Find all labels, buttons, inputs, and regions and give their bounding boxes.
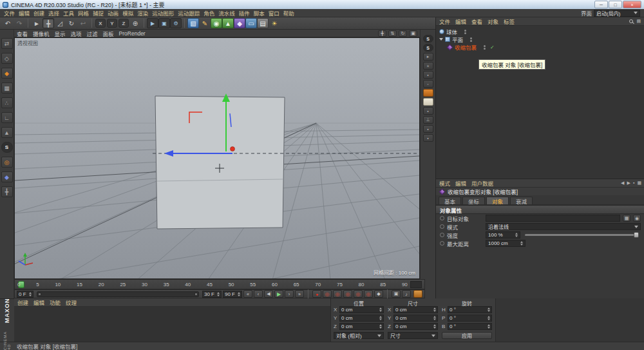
- spinner[interactable]: [514, 233, 518, 237]
- powerslider-settings-box[interactable]: [413, 290, 422, 298]
- size-x-field[interactable]: 0 cm: [393, 306, 438, 313]
- tab-coord[interactable]: 坐标: [462, 197, 485, 204]
- slider-knob[interactable]: [634, 232, 639, 238]
- layout-select[interactable]: 启动(局内): [594, 10, 640, 17]
- orange-swatch-icon[interactable]: [423, 89, 433, 97]
- menu-animate[interactable]: 动画: [108, 9, 118, 17]
- tab-falloff[interactable]: 衰减: [510, 197, 533, 204]
- apply-button[interactable]: 应用: [442, 332, 492, 339]
- light-swatch-icon[interactable]: [423, 98, 433, 106]
- live-selection-button[interactable]: ►: [31, 18, 43, 28]
- search-icon[interactable]: [629, 19, 633, 23]
- strength-field[interactable]: 100 %: [486, 231, 520, 238]
- tab-basic[interactable]: 基本: [439, 197, 461, 204]
- menu-help[interactable]: 帮助: [283, 9, 294, 17]
- forward-arrow-icon[interactable]: ▶: [627, 180, 630, 186]
- animation-dot-icon[interactable]: [440, 224, 444, 229]
- record-point-button[interactable]: ◎: [364, 290, 373, 298]
- prev-frame-button[interactable]: ◀: [264, 290, 273, 298]
- points-mode-icon[interactable]: ∴: [1, 97, 13, 108]
- pos-y-field[interactable]: 0 cm: [339, 315, 384, 322]
- visibility-dots[interactable]: [470, 37, 472, 42]
- play-button[interactable]: ▶: [274, 290, 283, 298]
- render-picture-viewer-button[interactable]: ▣: [158, 18, 170, 28]
- material-list[interactable]: [14, 307, 330, 342]
- object-row-shrinkwrap[interactable]: 收缩包裹 ✓: [436, 43, 644, 51]
- lock-y-button[interactable]: Y: [107, 19, 117, 28]
- menu-character[interactable]: 角色: [204, 9, 214, 17]
- dark-icon-a[interactable]: ▪: [423, 125, 433, 133]
- close-button[interactable]: ×: [623, 1, 641, 8]
- mat-menu-function[interactable]: 功能: [50, 298, 61, 306]
- size-mode-select[interactable]: 尺寸: [388, 332, 438, 339]
- level-icon[interactable]: ▪: [423, 71, 433, 79]
- mat-menu-create[interactable]: 创建: [17, 298, 28, 306]
- goto-start-button[interactable]: «: [243, 290, 252, 298]
- camera-button[interactable]: ▤: [257, 18, 269, 28]
- vp-menu-filter[interactable]: 过滤: [87, 30, 98, 37]
- render-view-button[interactable]: ▶: [147, 18, 158, 28]
- start-frame-field[interactable]: 0 F: [17, 291, 33, 298]
- redo-button[interactable]: ↷: [14, 18, 25, 28]
- coordinate-space-select[interactable]: 对象 (相对): [334, 332, 384, 339]
- node-icon[interactable]: ▦: [623, 215, 630, 222]
- texture-mode-icon[interactable]: ◆: [1, 68, 13, 79]
- vp-menu-cameras[interactable]: 摄像机: [33, 30, 50, 37]
- spline-pen-button[interactable]: ✎: [199, 18, 211, 28]
- menu-create[interactable]: 创建: [33, 9, 44, 17]
- om-menu-file[interactable]: 文件: [439, 17, 450, 25]
- om-menu-tags[interactable]: 标签: [504, 17, 515, 25]
- menu-snap[interactable]: 捕捉: [93, 9, 104, 17]
- lock-x-button[interactable]: X: [95, 19, 106, 28]
- layout-grid-icon[interactable]: ▦: [637, 180, 641, 186]
- om-menu-view[interactable]: 查看: [471, 17, 482, 25]
- back-arrow-icon[interactable]: ◀: [621, 180, 624, 186]
- rot-h-field[interactable]: 0 °: [448, 306, 492, 313]
- vp-menu-panel[interactable]: 面板: [103, 30, 114, 37]
- axis-widget-icon[interactable]: ⊥: [423, 116, 433, 124]
- menu-tools[interactable]: 工具: [63, 9, 74, 17]
- am-menu-edit[interactable]: 编辑: [455, 179, 466, 187]
- menu-render[interactable]: 渲染: [137, 9, 148, 17]
- polygons-mode-icon[interactable]: ▲: [1, 127, 13, 138]
- rotate-view-icon[interactable]: ↻: [399, 30, 407, 37]
- timeline-ruler[interactable]: 05 1015 2025 3035 4045 5055 6065 7075 80…: [14, 279, 425, 289]
- menu-script[interactable]: 脚本: [254, 9, 265, 17]
- menu-file[interactable]: 文件: [4, 9, 15, 17]
- preview-range-slider[interactable]: [37, 291, 199, 297]
- menu-motion-tracker[interactable]: 运动跟踪: [178, 9, 200, 17]
- menu-simulate[interactable]: 模拟: [122, 9, 133, 17]
- maximize-button[interactable]: □: [609, 1, 622, 8]
- spinner[interactable]: [519, 241, 523, 246]
- edges-mode-icon[interactable]: ∟: [1, 112, 13, 123]
- scale-tool-button[interactable]: ◿: [54, 18, 66, 28]
- menu-plugins[interactable]: 插件: [239, 9, 250, 17]
- undo-button[interactable]: ↶: [2, 18, 14, 28]
- snap-icon[interactable]: ◆: [1, 171, 13, 182]
- object-row-plane[interactable]: 平面: [436, 35, 644, 43]
- rot-p-field[interactable]: 0 °: [448, 315, 492, 322]
- size-y-field[interactable]: 0 cm: [393, 315, 438, 322]
- record-parameter-button[interactable]: ◎: [354, 290, 363, 298]
- rotate-tool-button[interactable]: ↻: [66, 18, 77, 28]
- record-position-button[interactable]: ◎: [323, 290, 332, 298]
- perspective-viewport[interactable]: 透视视图 网格间距 : 100 cm: [14, 37, 420, 279]
- max-distance-field[interactable]: 1000 cm: [486, 240, 526, 247]
- mat-menu-texture[interactable]: 纹理: [66, 298, 77, 306]
- visibility-dots[interactable]: [484, 45, 486, 50]
- animation-dot-icon[interactable]: [440, 233, 444, 237]
- solo-single-icon[interactable]: S: [423, 35, 433, 43]
- minimize-button[interactable]: ─: [594, 1, 608, 8]
- sound-button[interactable]: ♪: [402, 290, 411, 298]
- om-menu-edit[interactable]: 编辑: [455, 17, 466, 25]
- last-tool-button[interactable]: ↩: [77, 18, 89, 28]
- zoom-view-icon[interactable]: ⇅: [388, 30, 397, 37]
- animation-dot-icon[interactable]: [440, 216, 444, 220]
- menu-mesh[interactable]: 网格: [78, 9, 89, 17]
- animation-dot-icon[interactable]: [440, 241, 444, 246]
- prev-key-button[interactable]: ‹: [254, 290, 263, 298]
- vp-menu-prorender[interactable]: ProRender: [119, 30, 146, 37]
- end-frame-field[interactable]: 90 F: [223, 291, 242, 298]
- make-editable-icon[interactable]: ⇄: [1, 38, 13, 49]
- small-icon[interactable]: ▪: [423, 107, 433, 115]
